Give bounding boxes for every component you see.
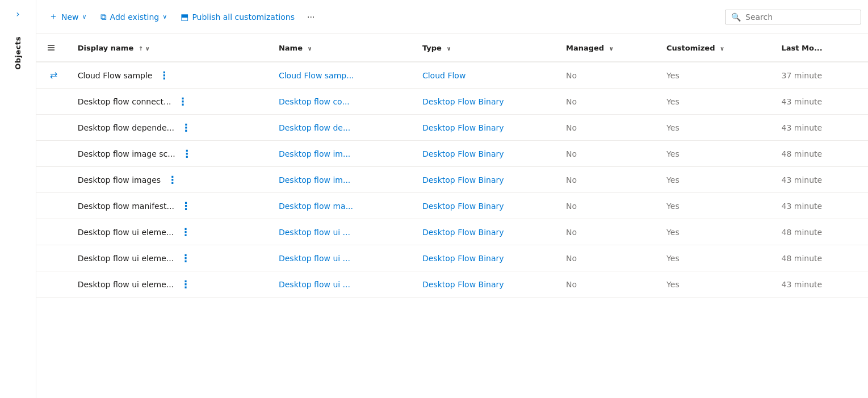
row-context-menu[interactable]: ⋮	[157, 69, 172, 81]
plus-icon: ＋	[49, 11, 58, 23]
row-managed-cell: No	[559, 141, 660, 167]
row-icon-cell	[36, 219, 71, 245]
row-customized-cell: Yes	[660, 62, 774, 89]
publish-icon: ⬒	[181, 12, 188, 22]
search-input[interactable]	[745, 12, 855, 22]
row-name-cell[interactable]: Desktop flow de...	[272, 115, 416, 141]
row-display-name: Desktop flow manifest...	[78, 202, 174, 211]
row-type-cell: Desktop Flow Binary	[416, 167, 559, 193]
row-managed-cell: No	[559, 219, 660, 245]
row-name-cell[interactable]: Desktop flow ui ...	[272, 245, 416, 271]
search-icon: 🔍	[731, 12, 741, 22]
chevron-right-icon: ›	[16, 9, 19, 19]
row-last-modified-cell: 43 minute	[774, 271, 868, 298]
row-context-menu[interactable]: ⋮	[175, 95, 191, 107]
data-table: Display name ↑ ∨ Name ∨ Type ∨ Managed ∨	[36, 34, 868, 298]
table-row: Desktop flow ui eleme... ⋮ Desktop flow …	[36, 245, 868, 271]
row-managed-cell: No	[559, 62, 660, 89]
row-context-menu[interactable]: ⋮	[178, 278, 194, 290]
table-row: ⇄ Cloud Flow sample ⋮ Cloud Flow samp...…	[36, 62, 868, 89]
row-icon-cell	[36, 141, 71, 167]
table-row: Desktop flow connect... ⋮ Desktop flow c…	[36, 89, 868, 115]
svg-rect-0	[48, 45, 54, 46]
sort-type-icon: ∨	[446, 45, 451, 52]
table-row: Desktop flow image sc... ⋮ Desktop flow …	[36, 141, 868, 167]
sort-managed-icon: ∨	[609, 45, 614, 52]
row-display-name-cell: Desktop flow ui eleme... ⋮	[71, 219, 272, 245]
sidebar: › Objects	[0, 0, 36, 398]
row-last-modified-cell: 48 minute	[774, 245, 868, 271]
new-label: New	[61, 12, 79, 22]
row-customized-cell: Yes	[660, 245, 774, 271]
flow-icon: ⇄	[50, 70, 57, 81]
row-type-cell: Desktop Flow Binary	[416, 89, 559, 115]
more-button[interactable]: ···	[303, 9, 319, 26]
table-header-row: Display name ↑ ∨ Name ∨ Type ∨ Managed ∨	[36, 34, 868, 62]
row-last-modified-cell: 48 minute	[774, 141, 868, 167]
row-name-cell[interactable]: Desktop flow im...	[272, 167, 416, 193]
new-chevron-icon: ∨	[82, 13, 87, 20]
publish-button[interactable]: ⬒ Publish all customizations	[175, 9, 300, 26]
row-display-name: Desktop flow image sc...	[78, 149, 175, 158]
row-type-cell: Cloud Flow	[416, 62, 559, 89]
column-name[interactable]: Name ∨	[272, 34, 416, 62]
row-type-cell: Desktop Flow Binary	[416, 193, 559, 219]
table-container: Display name ↑ ∨ Name ∨ Type ∨ Managed ∨	[36, 34, 868, 398]
row-managed-cell: No	[559, 115, 660, 141]
row-type-cell: Desktop Flow Binary	[416, 115, 559, 141]
more-icon: ···	[307, 12, 315, 22]
row-customized-cell: Yes	[660, 89, 774, 115]
column-last-modified: Last Mo...	[774, 34, 868, 62]
row-name-cell[interactable]: Desktop flow ma...	[272, 193, 416, 219]
row-context-menu[interactable]: ⋮	[165, 174, 181, 186]
sort-name-icon: ∨	[307, 45, 312, 52]
row-context-menu[interactable]: ⋮	[179, 122, 194, 133]
row-customized-cell: Yes	[660, 271, 774, 298]
row-last-modified-cell: 48 minute	[774, 219, 868, 245]
row-context-menu[interactable]: ⋮	[178, 226, 194, 238]
table-body: ⇄ Cloud Flow sample ⋮ Cloud Flow samp...…	[36, 62, 868, 298]
svg-rect-2	[48, 49, 54, 51]
row-name-cell[interactable]: Desktop flow ui ...	[272, 219, 416, 245]
row-display-name-cell: Desktop flow image sc... ⋮	[71, 141, 272, 167]
search-box[interactable]: 🔍	[725, 10, 861, 24]
add-existing-button[interactable]: ⧉ Add existing ∨	[95, 9, 173, 26]
add-existing-chevron-icon: ∨	[162, 13, 167, 20]
column-icon	[36, 34, 71, 62]
row-customized-cell: Yes	[660, 141, 774, 167]
add-existing-label: Add existing	[110, 12, 160, 22]
row-managed-cell: No	[559, 271, 660, 298]
row-type-cell: Desktop Flow Binary	[416, 141, 559, 167]
sort-display-icon: ↑ ∨	[139, 45, 150, 52]
row-context-menu[interactable]: ⋮	[180, 148, 195, 160]
row-managed-cell: No	[559, 245, 660, 271]
row-type-cell: Desktop Flow Binary	[416, 219, 559, 245]
add-existing-icon: ⧉	[100, 12, 107, 22]
row-last-modified-cell: 43 minute	[774, 115, 868, 141]
sidebar-label: Objects	[14, 36, 22, 70]
column-display-name[interactable]: Display name ↑ ∨	[71, 34, 272, 62]
column-managed[interactable]: Managed ∨	[559, 34, 660, 62]
row-display-name-cell: Desktop flow ui eleme... ⋮	[71, 245, 272, 271]
row-last-modified-cell: 43 minute	[774, 167, 868, 193]
row-last-modified-cell: 43 minute	[774, 89, 868, 115]
row-name-cell[interactable]: Cloud Flow samp...	[272, 62, 416, 89]
row-name-cell[interactable]: Desktop flow im...	[272, 141, 416, 167]
toolbar: ＋ New ∨ ⧉ Add existing ∨ ⬒ Publish all c…	[36, 0, 868, 34]
row-icon-cell	[36, 167, 71, 193]
row-name-cell[interactable]: Desktop flow ui ...	[272, 271, 416, 298]
row-display-name: Desktop flow connect...	[78, 97, 171, 106]
svg-rect-1	[48, 47, 54, 48]
row-name-cell[interactable]: Desktop flow co...	[272, 89, 416, 115]
row-context-menu[interactable]: ⋮	[179, 200, 194, 212]
sidebar-expand-button[interactable]: ›	[9, 5, 27, 23]
row-icon-cell: ⇄	[36, 62, 71, 89]
row-display-name: Desktop flow ui eleme...	[78, 228, 174, 237]
column-type[interactable]: Type ∨	[416, 34, 559, 62]
new-button[interactable]: ＋ New ∨	[43, 7, 93, 26]
row-managed-cell: No	[559, 193, 660, 219]
row-context-menu[interactable]: ⋮	[178, 252, 194, 264]
list-view-icon[interactable]	[43, 40, 59, 56]
row-display-name-cell: Cloud Flow sample ⋮	[71, 62, 272, 89]
column-customized[interactable]: Customized ∨	[660, 34, 774, 62]
